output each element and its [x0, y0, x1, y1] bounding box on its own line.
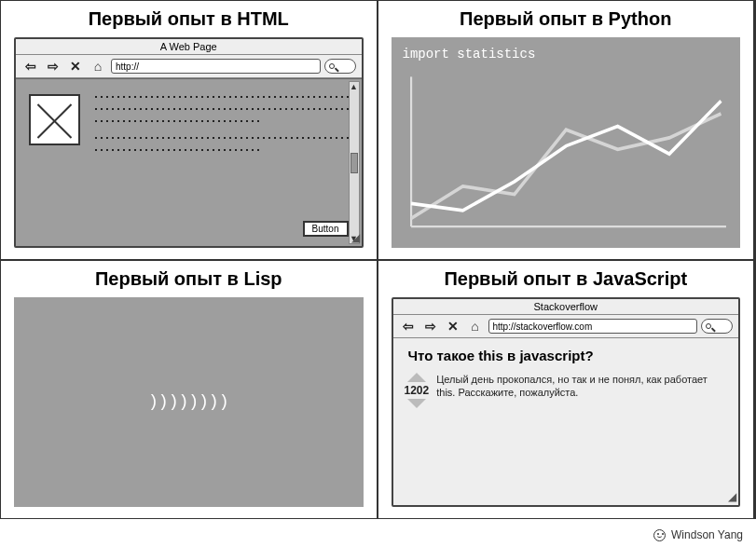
sample-button[interactable]: Button [303, 221, 349, 237]
chart-series-a [411, 114, 721, 219]
chart-series-b [411, 101, 721, 210]
resize-handle-icon[interactable]: ◢ [728, 490, 736, 503]
back-icon[interactable]: ⇦ [399, 318, 418, 335]
address-bar-js[interactable]: http://stackoverflow.com [488, 319, 698, 334]
forward-icon[interactable]: ⇨ [421, 318, 440, 335]
comic-grid: Первый опыт в HTML A Web Page ⇦ ⇨ ✕ ⌂ ht… [0, 0, 756, 519]
panel-title-html: Первый опыт в HTML [14, 8, 364, 30]
back-icon[interactable]: ⇦ [21, 58, 40, 75]
vote-score: 1202 [405, 384, 430, 397]
panel-title-python: Первый опыт в Python [392, 8, 741, 30]
resize-handle-icon[interactable]: ◢ [351, 231, 360, 244]
smile-icon [653, 529, 666, 541]
mock-browser-js: Stackoverflow ⇦ ⇨ ✕ ⌂ http://stackoverfl… [392, 297, 741, 508]
text-placeholder [93, 90, 349, 237]
panel-html: Первый опыт в HTML A Web Page ⇦ ⇨ ✕ ⌂ ht… [0, 0, 378, 260]
stackoverflow-page: Что такое this в javascript? 1202 Целый … [393, 338, 739, 506]
author-credit: Windson Yang [653, 528, 743, 541]
panel-python: Первый опыт в Python import statistics [378, 0, 755, 260]
panel-lisp: Первый опыт в Lisp )))))))) [0, 260, 378, 520]
window-title-js: Stackoverflow [393, 299, 739, 315]
address-bar[interactable]: http:// [111, 59, 321, 74]
answer-block: 1202 Целый день прокопался, но так и не … [405, 373, 728, 408]
vote-widget: 1202 [405, 373, 430, 408]
forward-icon[interactable]: ⇨ [44, 58, 62, 75]
downvote-icon[interactable] [407, 399, 426, 408]
author-name: Windson Yang [671, 528, 743, 541]
scroll-up-icon[interactable]: ▲ [350, 82, 358, 91]
scrollbar[interactable]: ▲ ▼ [349, 81, 360, 244]
lisp-parens: )))))))) [148, 392, 228, 411]
line-chart [401, 65, 732, 239]
search-field[interactable] [324, 59, 356, 74]
home-icon[interactable]: ⌂ [89, 58, 107, 75]
upvote-icon[interactable] [407, 373, 426, 382]
browser-toolbar-js: ⇦ ⇨ ✕ ⌂ http://stackoverflow.com [393, 315, 739, 338]
scroll-thumb[interactable] [351, 153, 358, 173]
panel-js: Первый опыт в JavaScript Stackoverflow ⇦… [378, 260, 755, 520]
mock-browser-html: A Web Page ⇦ ⇨ ✕ ⌂ http:// Button [14, 37, 364, 248]
search-icon [706, 323, 711, 329]
stop-icon[interactable]: ✕ [444, 318, 462, 335]
python-chart-area: import statistics [392, 37, 741, 248]
answer-text: Целый день прокопался, но так и не понял… [436, 373, 727, 401]
search-field-js[interactable] [701, 319, 733, 334]
lisp-output: )))))))) [14, 297, 364, 508]
image-placeholder [29, 94, 80, 145]
panel-title-js: Первый опыт в JavaScript [392, 268, 741, 290]
panel-title-lisp: Первый опыт в Lisp [14, 268, 364, 290]
stop-icon[interactable]: ✕ [66, 58, 85, 75]
python-code-label: import statistics [403, 47, 730, 62]
question-title: Что такое this в javascript? [405, 348, 728, 363]
browser-toolbar: ⇦ ⇨ ✕ ⌂ http:// [16, 55, 362, 78]
search-icon [329, 63, 335, 69]
page-content: Button ▲ ▼ [16, 78, 362, 246]
home-icon[interactable]: ⌂ [466, 318, 485, 335]
window-title: A Web Page [16, 39, 362, 55]
